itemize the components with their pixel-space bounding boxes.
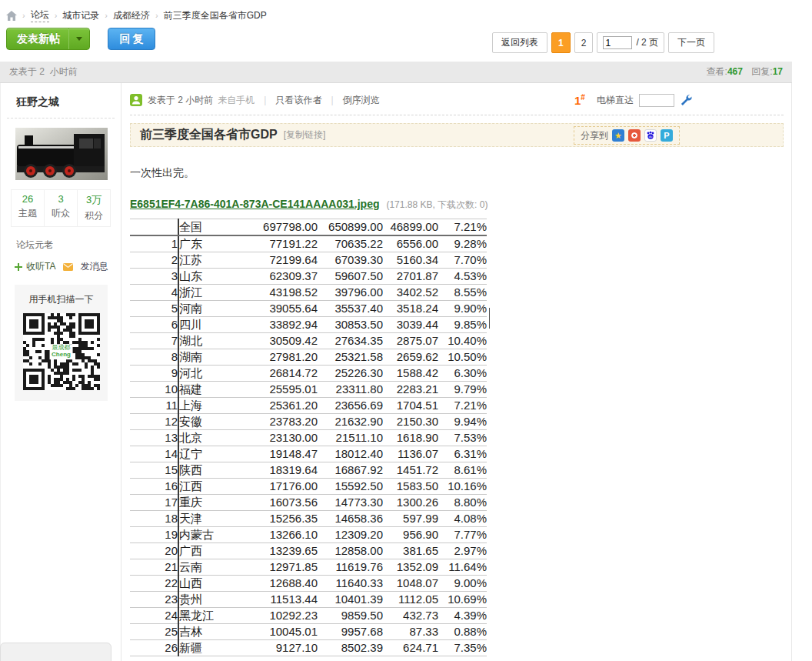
attachment-row: E6851EF4-7A86-401A-873A-CE141AAAA031.jpe… <box>130 198 791 212</box>
table-cell: 35537.40 <box>318 301 383 317</box>
table-cell: 23783.20 <box>234 414 318 430</box>
table-cell: 11 <box>130 398 178 414</box>
table-cell: 1352.09 <box>383 559 438 576</box>
table-cell: 10.69% <box>438 592 487 608</box>
table-cell: 21632.90 <box>318 414 383 430</box>
table-cell: 9.85% <box>438 317 487 333</box>
page-button-2[interactable]: 2 <box>574 32 594 53</box>
table-cell: 23130.00 <box>234 430 318 446</box>
chevron-down-icon <box>76 37 82 41</box>
stat-threads-value: 26 <box>12 193 44 205</box>
stat-listeners-label: 听众 <box>45 207 77 220</box>
table-cell: 13 <box>130 430 178 446</box>
new-post-dropdown[interactable] <box>68 28 89 49</box>
post-text: 一次性出完。 <box>130 166 791 180</box>
send-message-link[interactable]: 发消息 <box>80 260 108 273</box>
table-cell: 4.53% <box>438 269 487 285</box>
floor-controls: 1# 电梯直达 <box>574 92 693 108</box>
stat-points[interactable]: 3万 积分 <box>77 190 110 226</box>
thread-posted-time: 发表于 2 小时前 <box>9 65 78 78</box>
table-cell: 山东 <box>178 269 234 285</box>
table-cell: 4.08% <box>438 511 487 527</box>
new-post-button[interactable]: 发表新帖 <box>6 28 90 50</box>
table-cell: 9.94% <box>438 414 487 430</box>
table-cell: 21 <box>130 559 178 576</box>
table-cell: 72199.64 <box>234 252 318 269</box>
table-cell: 7.21% <box>438 219 487 236</box>
avatar[interactable] <box>15 128 108 180</box>
table-cell: 16073.56 <box>234 495 318 511</box>
table-cell: 3039.44 <box>383 317 438 333</box>
table-cell: 26 <box>130 640 178 656</box>
next-page-button[interactable]: 下一页 <box>668 32 714 53</box>
table-cell: 1300.26 <box>383 495 438 511</box>
table-cell: 10.50% <box>438 349 487 366</box>
reply-button[interactable]: 回复 <box>108 28 155 50</box>
follow-link[interactable]: 收听TA <box>26 260 55 273</box>
home-icon[interactable] <box>6 11 17 21</box>
table-cell <box>130 219 178 236</box>
elevator-input[interactable] <box>639 94 674 107</box>
wrench-icon[interactable] <box>680 94 693 107</box>
qzone-icon[interactable]: ★ <box>612 129 624 142</box>
table-cell: 11619.76 <box>318 559 383 576</box>
table-cell: 15592.50 <box>318 479 383 495</box>
page-jump-input[interactable] <box>603 36 632 49</box>
breadcrumb-link-forum[interactable]: 论坛 <box>31 8 49 22</box>
stat-listeners[interactable]: 3 听众 <box>44 190 77 226</box>
table-row: 11上海25361.2023656.691704.517.21% <box>130 398 487 414</box>
table-cell: 7.53% <box>438 430 487 446</box>
post-meta-row: 发表于 2 小时前 来自手机 | 只看该作者 | 倒序浏览 1# 电梯直达 <box>130 92 791 108</box>
table-row: 13北京23130.0021511.101618.907.53% <box>130 430 487 446</box>
gdp-table-body: 全国697798.00650899.0046899.007.21%1广东7719… <box>130 219 487 656</box>
qr-title: 用手机扫描一下 <box>15 293 108 306</box>
table-cell: 25 <box>130 624 178 640</box>
table-cell: 17176.00 <box>234 479 318 495</box>
table-cell: 9 <box>130 366 178 382</box>
table-row: 5河南39055.6435537.403518.249.90% <box>130 301 487 317</box>
tieba-icon[interactable]: du <box>644 129 657 142</box>
page-button-1[interactable]: 1 <box>551 32 571 53</box>
table-cell: 江西 <box>178 479 234 495</box>
pengyou-icon[interactable]: P <box>661 129 673 142</box>
weibo-icon[interactable] <box>628 129 641 142</box>
table-cell: 1048.07 <box>383 576 438 592</box>
qr-center-label: 最成都 Cheng <box>49 344 73 359</box>
attachment-link[interactable]: E6851EF4-7A86-401A-873A-CE141AAAA031.jpe… <box>130 198 380 210</box>
table-row: 23贵州11513.4410401.391112.0510.69% <box>130 592 487 608</box>
table-cell: 9.28% <box>438 235 487 252</box>
cursor-artifact <box>489 308 490 329</box>
author-username[interactable]: 狂野之城 <box>16 95 121 109</box>
table-cell: 2875.07 <box>383 333 438 349</box>
table-cell: 23311.80 <box>318 382 383 398</box>
thread-stats: 查看:467 回复:17 <box>707 65 783 78</box>
thread-content: 狂野之城 26 主题 <box>0 83 792 661</box>
mail-icon <box>63 263 73 271</box>
stat-threads[interactable]: 26 主题 <box>12 190 44 226</box>
table-cell: 9127.10 <box>234 640 318 656</box>
back-to-list-button[interactable]: 返回列表 <box>492 32 547 53</box>
breadcrumb-link-board[interactable]: 成都经济 <box>113 9 150 22</box>
table-cell: 黑龙江 <box>178 608 234 624</box>
plus-icon <box>15 263 22 271</box>
table-cell: 6556.00 <box>383 235 438 252</box>
share-label: 分享到 <box>581 129 608 142</box>
table-cell: 25361.20 <box>234 398 318 414</box>
breadcrumb-link-section[interactable]: 城市记录 <box>62 9 99 22</box>
only-author-link[interactable]: 只看该作者 <box>275 94 321 107</box>
table-cell: 432.73 <box>383 608 438 624</box>
page-total-label: / 2 页 <box>636 36 658 49</box>
table-cell: 8 <box>130 349 178 366</box>
table-cell: 21511.10 <box>318 430 383 446</box>
table-cell: 4.39% <box>438 608 487 624</box>
copy-link-button[interactable]: [复制链接] <box>284 129 326 142</box>
table-cell: 39055.64 <box>234 301 318 317</box>
member-icon <box>130 94 142 106</box>
views-count: 467 <box>727 66 743 77</box>
table-cell: 全国 <box>178 219 234 236</box>
table-cell: 33892.94 <box>234 317 318 333</box>
table-cell: 9.90% <box>438 301 487 317</box>
reverse-order-link[interactable]: 倒序浏览 <box>343 94 380 107</box>
table-cell: 广西 <box>178 543 234 559</box>
table-cell: 7.77% <box>438 527 487 543</box>
